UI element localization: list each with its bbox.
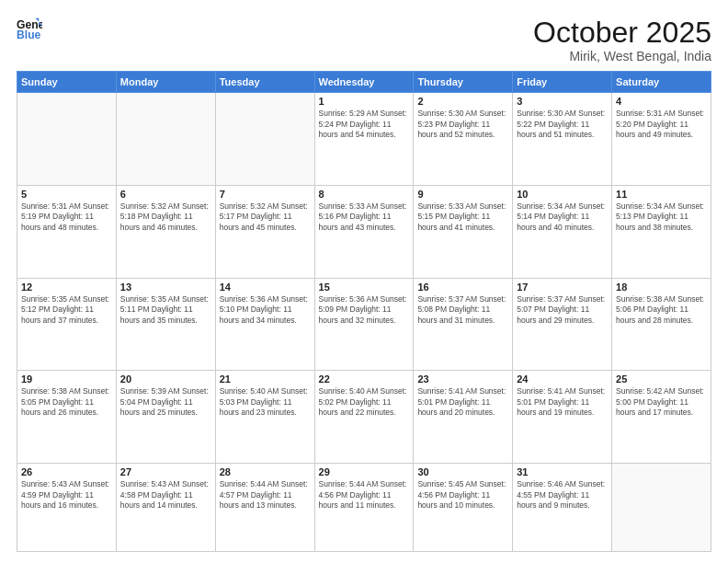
logo-icon: General Blue [17,17,42,42]
day-number: 7 [220,189,311,200]
calendar-cell: 25Sunrise: 5:42 AM Sunset: 5:00 PM Dayli… [612,371,711,464]
logo: General Blue [17,17,42,42]
day-number: 30 [417,466,508,477]
day-number: 31 [517,466,608,477]
day-number: 21 [220,373,311,385]
day-number: 24 [517,373,608,385]
week-row-3: 12Sunrise: 5:35 AM Sunset: 5:12 PM Dayli… [17,278,711,371]
day-info: Sunrise: 5:44 AM Sunset: 4:57 PM Dayligh… [220,479,311,511]
day-info: Sunrise: 5:31 AM Sunset: 5:19 PM Dayligh… [21,201,112,233]
day-info: Sunrise: 5:45 AM Sunset: 4:56 PM Dayligh… [417,479,508,511]
day-number: 22 [319,373,410,385]
calendar-cell [116,93,215,186]
day-info: Sunrise: 5:40 AM Sunset: 5:03 PM Dayligh… [220,386,311,418]
weekday-header-tuesday: Tuesday [215,72,314,93]
calendar-cell: 27Sunrise: 5:43 AM Sunset: 4:58 PM Dayli… [116,464,215,552]
calendar-cell [17,93,117,186]
calendar-cell: 6Sunrise: 5:32 AM Sunset: 5:18 PM Daylig… [116,185,215,278]
day-number: 29 [319,466,410,477]
calendar-cell: 26Sunrise: 5:43 AM Sunset: 4:59 PM Dayli… [17,464,117,552]
day-info: Sunrise: 5:42 AM Sunset: 5:00 PM Dayligh… [616,386,707,418]
week-row-4: 19Sunrise: 5:38 AM Sunset: 5:05 PM Dayli… [17,371,711,464]
calendar-cell: 29Sunrise: 5:44 AM Sunset: 4:56 PM Dayli… [314,464,414,552]
day-number: 4 [616,96,707,107]
page: General Blue October 2025 Mirik, West Be… [0,0,728,563]
calendar-cell: 23Sunrise: 5:41 AM Sunset: 5:01 PM Dayli… [414,371,513,464]
calendar-cell: 24Sunrise: 5:41 AM Sunset: 5:01 PM Dayli… [513,371,612,464]
day-info: Sunrise: 5:36 AM Sunset: 5:10 PM Dayligh… [220,294,311,326]
day-info: Sunrise: 5:46 AM Sunset: 4:55 PM Dayligh… [517,479,608,511]
day-info: Sunrise: 5:37 AM Sunset: 5:07 PM Dayligh… [517,294,608,326]
day-number: 26 [21,466,112,477]
day-info: Sunrise: 5:35 AM Sunset: 5:11 PM Dayligh… [120,294,211,326]
weekday-header-friday: Friday [513,72,612,93]
week-row-5: 26Sunrise: 5:43 AM Sunset: 4:59 PM Dayli… [17,464,711,552]
day-number: 6 [120,189,211,200]
calendar-cell: 8Sunrise: 5:33 AM Sunset: 5:16 PM Daylig… [314,185,414,278]
title-block: October 2025 Mirik, West Bengal, India [533,17,711,63]
day-info: Sunrise: 5:41 AM Sunset: 5:01 PM Dayligh… [417,386,508,418]
day-number: 12 [21,282,112,293]
day-info: Sunrise: 5:39 AM Sunset: 5:04 PM Dayligh… [120,386,211,418]
weekday-header-wednesday: Wednesday [314,72,414,93]
calendar-cell: 20Sunrise: 5:39 AM Sunset: 5:04 PM Dayli… [116,371,215,464]
day-number: 28 [220,466,311,477]
day-number: 25 [616,373,707,385]
calendar-cell: 17Sunrise: 5:37 AM Sunset: 5:07 PM Dayli… [513,278,612,371]
weekday-header-sunday: Sunday [17,72,117,93]
day-number: 16 [417,282,508,293]
day-number: 17 [517,282,608,293]
day-info: Sunrise: 5:34 AM Sunset: 5:14 PM Dayligh… [517,201,608,233]
day-info: Sunrise: 5:31 AM Sunset: 5:20 PM Dayligh… [616,109,707,140]
calendar-cell: 30Sunrise: 5:45 AM Sunset: 4:56 PM Dayli… [414,464,513,552]
day-number: 19 [21,373,112,385]
day-info: Sunrise: 5:34 AM Sunset: 5:13 PM Dayligh… [616,201,707,233]
calendar-cell: 5Sunrise: 5:31 AM Sunset: 5:19 PM Daylig… [17,185,117,278]
calendar-cell: 7Sunrise: 5:32 AM Sunset: 5:17 PM Daylig… [215,185,314,278]
day-info: Sunrise: 5:43 AM Sunset: 4:59 PM Dayligh… [21,479,112,511]
location: Mirik, West Bengal, India [533,49,711,63]
day-number: 13 [120,282,211,293]
day-info: Sunrise: 5:43 AM Sunset: 4:58 PM Dayligh… [120,479,211,511]
day-info: Sunrise: 5:32 AM Sunset: 5:18 PM Dayligh… [120,201,211,233]
weekday-header-thursday: Thursday [414,72,513,93]
calendar-cell: 15Sunrise: 5:36 AM Sunset: 5:09 PM Dayli… [314,278,414,371]
day-info: Sunrise: 5:35 AM Sunset: 5:12 PM Dayligh… [21,294,112,326]
calendar-cell: 13Sunrise: 5:35 AM Sunset: 5:11 PM Dayli… [116,278,215,371]
day-info: Sunrise: 5:40 AM Sunset: 5:02 PM Dayligh… [319,386,410,418]
calendar-cell: 9Sunrise: 5:33 AM Sunset: 5:15 PM Daylig… [414,185,513,278]
calendar-cell: 14Sunrise: 5:36 AM Sunset: 5:10 PM Dayli… [215,278,314,371]
day-number: 11 [616,189,707,200]
day-info: Sunrise: 5:30 AM Sunset: 5:23 PM Dayligh… [417,109,508,140]
day-info: Sunrise: 5:36 AM Sunset: 5:09 PM Dayligh… [319,294,410,326]
weekday-header-monday: Monday [116,72,215,93]
weekday-header-saturday: Saturday [612,72,711,93]
calendar-cell: 28Sunrise: 5:44 AM Sunset: 4:57 PM Dayli… [215,464,314,552]
calendar-cell: 16Sunrise: 5:37 AM Sunset: 5:08 PM Dayli… [414,278,513,371]
day-info: Sunrise: 5:29 AM Sunset: 5:24 PM Dayligh… [319,109,410,140]
weekday-header-row: SundayMondayTuesdayWednesdayThursdayFrid… [17,72,711,93]
day-number: 5 [21,189,112,200]
calendar-cell: 11Sunrise: 5:34 AM Sunset: 5:13 PM Dayli… [612,185,711,278]
calendar-cell [612,464,711,552]
calendar-cell [215,93,314,186]
day-number: 23 [417,373,508,385]
day-number: 10 [517,189,608,200]
week-row-1: 1Sunrise: 5:29 AM Sunset: 5:24 PM Daylig… [17,93,711,186]
calendar-cell: 12Sunrise: 5:35 AM Sunset: 5:12 PM Dayli… [17,278,117,371]
calendar-cell: 22Sunrise: 5:40 AM Sunset: 5:02 PM Dayli… [314,371,414,464]
day-number: 20 [120,373,211,385]
calendar-cell: 31Sunrise: 5:46 AM Sunset: 4:55 PM Dayli… [513,464,612,552]
day-info: Sunrise: 5:38 AM Sunset: 5:06 PM Dayligh… [616,294,707,326]
calendar-table: SundayMondayTuesdayWednesdayThursdayFrid… [17,71,711,552]
day-info: Sunrise: 5:33 AM Sunset: 5:15 PM Dayligh… [417,201,508,233]
day-number: 3 [517,96,608,107]
day-info: Sunrise: 5:32 AM Sunset: 5:17 PM Dayligh… [220,201,311,233]
day-number: 27 [120,466,211,477]
day-info: Sunrise: 5:37 AM Sunset: 5:08 PM Dayligh… [417,294,508,326]
calendar-cell: 18Sunrise: 5:38 AM Sunset: 5:06 PM Dayli… [612,278,711,371]
day-number: 9 [417,189,508,200]
calendar-cell: 3Sunrise: 5:30 AM Sunset: 5:22 PM Daylig… [513,93,612,186]
week-row-2: 5Sunrise: 5:31 AM Sunset: 5:19 PM Daylig… [17,185,711,278]
svg-text:Blue: Blue [17,29,41,41]
